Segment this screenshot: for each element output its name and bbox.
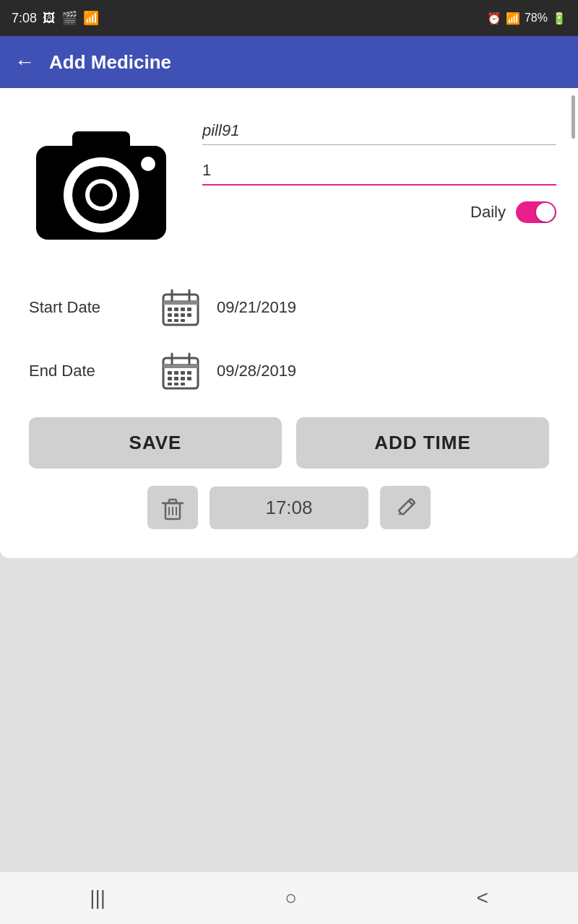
wifi-icon: 📶 — [83, 10, 99, 26]
date-section: Start Date — [22, 276, 556, 403]
gray-area — [0, 558, 578, 789]
nav-back-button[interactable]: < — [454, 879, 509, 917]
svg-rect-30 — [168, 377, 172, 380]
top-section: Daily — [22, 110, 556, 254]
calendar-icon-start — [162, 289, 199, 326]
add-time-button[interactable]: ADD TIME — [296, 417, 549, 468]
end-date-calendar-button[interactable] — [159, 349, 202, 393]
camera-icon — [29, 117, 173, 247]
medicine-name-input[interactable] — [202, 117, 556, 145]
svg-rect-39 — [169, 500, 176, 503]
status-bar-right: ⏰ 📶 78% 🔋 — [487, 12, 566, 25]
time-value: 17:08 — [210, 487, 368, 529]
quantity-input[interactable] — [202, 157, 556, 186]
svg-rect-20 — [174, 319, 178, 322]
svg-rect-8 — [163, 300, 198, 305]
content-card: Daily Start Date — [0, 88, 578, 558]
edit-time-button[interactable] — [380, 486, 431, 529]
battery-label: 78% — [525, 12, 548, 25]
svg-rect-26 — [168, 371, 172, 375]
svg-rect-35 — [174, 383, 178, 385]
fields-section: Daily — [202, 110, 556, 223]
svg-rect-29 — [187, 371, 191, 375]
svg-rect-1 — [72, 131, 130, 153]
svg-rect-11 — [168, 308, 172, 311]
toggle-row: Daily — [202, 201, 556, 223]
time-row: 17:08 — [29, 486, 549, 529]
scrollbar[interactable] — [571, 95, 575, 139]
back-button[interactable]: ← — [14, 51, 35, 74]
delete-time-button[interactable] — [147, 486, 198, 529]
svg-point-5 — [90, 183, 113, 206]
svg-rect-13 — [181, 308, 185, 311]
status-bar: 7:08 🖼 🎬 📶 ⏰ 📶 78% 🔋 — [0, 0, 578, 36]
svg-rect-36 — [181, 383, 185, 385]
nav-menu-button[interactable]: ||| — [68, 879, 127, 917]
svg-rect-18 — [187, 313, 191, 317]
bottom-nav: ||| ○ < — [0, 872, 578, 924]
signal-icon: 📶 — [506, 12, 520, 25]
svg-rect-12 — [174, 308, 178, 311]
alarm-icon: ⏰ — [487, 12, 501, 25]
svg-rect-28 — [181, 371, 185, 375]
end-date-label: End Date — [29, 362, 144, 380]
start-date-value: 09/21/2019 — [217, 298, 296, 317]
app-bar: ← Add Medicine — [0, 36, 578, 88]
end-date-row: End Date — [22, 339, 556, 403]
daily-label: Daily — [470, 203, 506, 222]
start-date-label: Start Date — [29, 298, 144, 317]
svg-rect-14 — [187, 308, 191, 311]
nav-home-button[interactable]: ○ — [263, 879, 319, 917]
trash-icon — [160, 494, 186, 520]
photo-icon: 🖼 — [43, 11, 56, 26]
svg-rect-19 — [168, 319, 172, 322]
camera-area[interactable] — [22, 110, 181, 254]
svg-rect-23 — [163, 364, 198, 368]
svg-rect-15 — [168, 313, 172, 317]
end-date-value: 09/28/2019 — [217, 362, 296, 380]
start-date-row: Start Date — [22, 276, 556, 339]
toggle-knob — [536, 203, 555, 222]
svg-rect-32 — [181, 377, 185, 380]
daily-toggle[interactable] — [516, 201, 556, 223]
buttons-row: SAVE ADD TIME — [29, 417, 549, 468]
battery-icon: 🔋 — [552, 12, 566, 25]
save-button[interactable]: SAVE — [29, 417, 282, 468]
time-display: 7:08 — [12, 11, 37, 26]
svg-line-45 — [408, 500, 413, 505]
video-icon: 🎬 — [61, 10, 77, 26]
svg-point-6 — [141, 157, 155, 171]
svg-rect-16 — [174, 313, 178, 317]
svg-rect-17 — [181, 313, 185, 317]
start-date-calendar-button[interactable] — [159, 286, 202, 329]
edit-icon — [392, 494, 418, 520]
svg-rect-34 — [168, 383, 172, 385]
svg-rect-31 — [174, 377, 178, 380]
svg-rect-21 — [181, 319, 185, 322]
svg-rect-33 — [187, 377, 191, 380]
page-title: Add Medicine — [49, 51, 171, 74]
svg-rect-27 — [174, 371, 178, 375]
status-bar-left: 7:08 🖼 🎬 📶 — [12, 10, 99, 26]
calendar-icon-end — [162, 352, 199, 390]
